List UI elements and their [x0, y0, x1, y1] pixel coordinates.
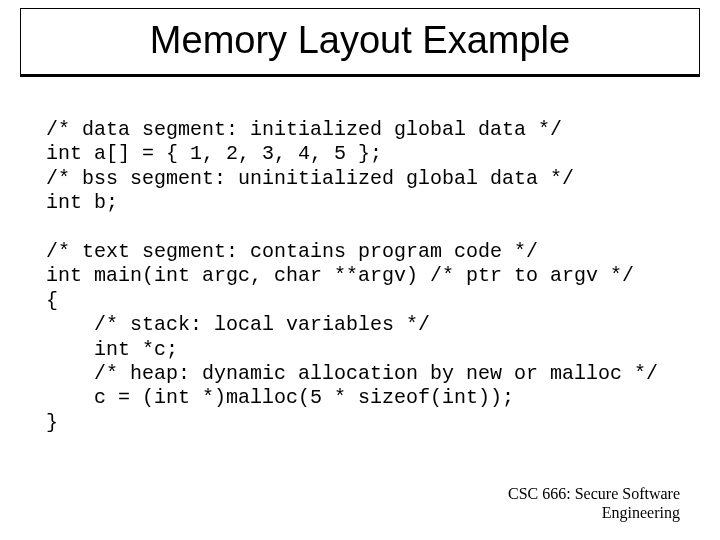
code-block: /* data segment: initialized global data…	[46, 118, 674, 435]
footer-line-1: CSC 666: Secure Software	[508, 484, 680, 503]
footer-line-2: Engineering	[508, 503, 680, 522]
footer: CSC 666: Secure Software Engineering	[508, 484, 680, 522]
title-box: Memory Layout Example	[20, 8, 700, 77]
slide-title: Memory Layout Example	[21, 19, 699, 62]
